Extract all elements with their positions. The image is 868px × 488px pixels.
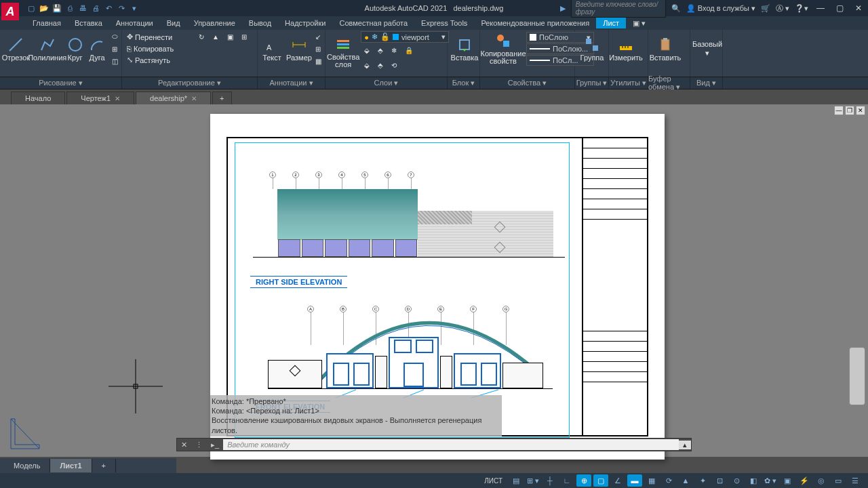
customize-status[interactable]: ☰	[848, 474, 863, 487]
paper-model-toggle[interactable]: ▤	[509, 474, 524, 487]
saveas-icon[interactable]: ⎙	[64, 3, 75, 14]
base-view-tool[interactable]: Базовый▾	[692, 31, 723, 66]
plot-icon[interactable]: 🖶	[77, 3, 88, 14]
panel-title[interactable]: Группы ▾	[575, 77, 609, 89]
search-icon[interactable]: 🔍	[671, 4, 681, 13]
hatch-tool[interactable]: ▦	[313, 56, 323, 67]
open-icon[interactable]: 📂	[39, 3, 50, 14]
viewport-restore-button[interactable]: ❐	[845, 106, 854, 115]
tab-express tools[interactable]: Express Tools	[414, 18, 474, 28]
grid-toggle[interactable]: ⊞ ▾	[526, 474, 540, 487]
close-button[interactable]: ✕	[852, 3, 865, 14]
insert-block-tool[interactable]: Вставка	[449, 31, 480, 66]
maximize-button[interactable]: ▢	[833, 3, 846, 14]
command-line[interactable]: ✕ ⋮ ▸_ Введите команду ▴	[176, 438, 692, 451]
panel-title[interactable]: Свойства ▾	[480, 77, 575, 89]
command-input[interactable]: Введите команду	[223, 439, 679, 450]
layer-match[interactable]: ⬘	[376, 60, 385, 71]
table-tool[interactable]: ⊞	[313, 43, 323, 55]
minimize-button[interactable]: —	[814, 3, 827, 14]
group-tool[interactable]: Группа	[576, 31, 608, 66]
match-properties-tool[interactable]: Копирование свойств	[481, 31, 525, 66]
copy-tool[interactable]: ⎘Копировать	[125, 43, 254, 54]
signin-button[interactable]: 👤 Вход в службы ▾	[686, 4, 755, 13]
new-layout-button[interactable]: +	[92, 459, 116, 472]
search-input[interactable]: Введите ключевое слово/фразу	[571, 0, 666, 18]
clean-screen[interactable]: ▭	[831, 474, 846, 487]
paste-tool[interactable]: Вставить	[650, 31, 681, 66]
redo-icon[interactable]: ↷	[116, 3, 127, 14]
panel-title[interactable]: Блок ▾	[448, 77, 480, 89]
line-tool[interactable]: Отрезок	[1, 31, 31, 66]
share-icon[interactable]: ▶	[560, 4, 566, 13]
tab-аннотации[interactable]: Аннотации	[109, 18, 160, 28]
panel-title[interactable]: Рисование ▾	[0, 77, 122, 89]
sc3[interactable]: ⊙	[729, 474, 744, 487]
osnap-toggle[interactable]: ▢	[593, 474, 608, 487]
new-icon[interactable]: ▢	[26, 3, 37, 14]
layer-selector[interactable]: ●❄🔓viewport▾	[361, 31, 449, 43]
panel-title[interactable]: Слои ▾	[326, 77, 448, 89]
measure-tool[interactable]: Измерить	[610, 31, 642, 66]
drawing-canvas[interactable]: — ❐ ✕ 1234567 RIGHT SIDE ELEVATION	[0, 104, 868, 457]
text-tool[interactable]: AТекст	[259, 31, 285, 66]
doc-tab[interactable]: Начало	[11, 92, 65, 104]
cmd-handle-icon[interactable]: ⋮	[191, 441, 207, 449]
tab-главная[interactable]: Главная	[26, 18, 68, 28]
tab-extra[interactable]: ▣ ▾	[626, 18, 652, 29]
cart-icon[interactable]: 🛒	[761, 4, 770, 13]
layout-tab[interactable]: Лист1	[50, 459, 92, 472]
sc4[interactable]: ◧	[746, 474, 761, 487]
layer-make[interactable]: ⬙	[362, 60, 372, 71]
viewport-minimize-button[interactable]: —	[834, 106, 844, 115]
transparency-toggle[interactable]: ▦	[644, 474, 659, 487]
sc2[interactable]: ⊡	[712, 474, 727, 487]
otrack-toggle[interactable]: ∠	[610, 474, 625, 487]
tab-вставка[interactable]: Вставка	[68, 18, 109, 28]
layer-lock[interactable]: 🔒	[403, 45, 415, 56]
array-tool[interactable]: ⊞	[239, 31, 249, 43]
panel-title[interactable]: Редактирование ▾	[122, 77, 258, 89]
tab-надстройки[interactable]: Надстройки	[278, 18, 332, 28]
doc-tab[interactable]: dealership*✕	[136, 92, 211, 104]
layout-tab[interactable]: Модель	[4, 459, 50, 472]
viewport-close-button[interactable]: ✕	[856, 106, 865, 115]
tab-вывод[interactable]: Вывод	[242, 18, 278, 28]
panel-title[interactable]: Утилиты ▾	[609, 77, 648, 89]
tab-вид[interactable]: Вид	[160, 18, 187, 28]
lwt-toggle[interactable]: ▬	[627, 474, 642, 487]
hardware-accel[interactable]: ⚡	[797, 474, 812, 487]
doc-tab[interactable]: Чертеж1✕	[66, 92, 134, 104]
scale-tool[interactable]: ▣	[225, 31, 235, 43]
new-tab-button[interactable]: +	[212, 92, 231, 104]
help-icon[interactable]: ❔▾	[795, 4, 808, 13]
annotation-monitor[interactable]: ▣	[780, 474, 795, 487]
cmd-close-icon[interactable]: ✕	[177, 441, 191, 449]
rotate-tool[interactable]: ↻	[197, 31, 206, 43]
misc-draw-2[interactable]: ⊞	[110, 43, 120, 55]
tab-рекомендованные приложения[interactable]: Рекомендованные приложения	[474, 18, 596, 28]
layer-frz[interactable]: ❄	[389, 45, 399, 56]
layer-iso[interactable]: ⬙	[362, 45, 372, 56]
close-tab-icon[interactable]: ✕	[115, 95, 120, 102]
viewport[interactable]: 1234567 RIGHT SIDE ELEVATION ABCDEFG	[235, 142, 570, 438]
close-tab-icon[interactable]: ✕	[191, 95, 197, 102]
navigation-bar[interactable]	[849, 347, 865, 405]
stretch-tool[interactable]: ⤡Растянуть	[125, 54, 254, 66]
layer-prev[interactable]: ⟲	[389, 60, 399, 71]
panel-title[interactable]: Буфер обмена ▾	[648, 77, 690, 89]
panel-title[interactable]: Вид ▾	[690, 77, 723, 89]
polyline-tool[interactable]: Полилиния	[32, 31, 63, 66]
tab-управление[interactable]: Управление	[187, 18, 242, 28]
sc1[interactable]: ✦	[695, 474, 710, 487]
layer-properties-tool[interactable]: Свойства слоя	[327, 35, 359, 70]
cycling-toggle[interactable]: ⟳	[661, 474, 676, 487]
annoscale-toggle[interactable]: ▲	[678, 474, 693, 487]
dimension-tool[interactable]: Размер	[286, 31, 312, 66]
polar-toggle[interactable]: ⊕	[576, 474, 591, 487]
misc-draw-3[interactable]: ◫	[110, 56, 120, 67]
print-icon[interactable]: 🖨	[90, 3, 101, 14]
leader-tool[interactable]: ↙	[313, 31, 323, 43]
tab-совместная работа[interactable]: Совместная работа	[332, 18, 414, 28]
app-menu-button[interactable]: A	[1, 3, 19, 20]
